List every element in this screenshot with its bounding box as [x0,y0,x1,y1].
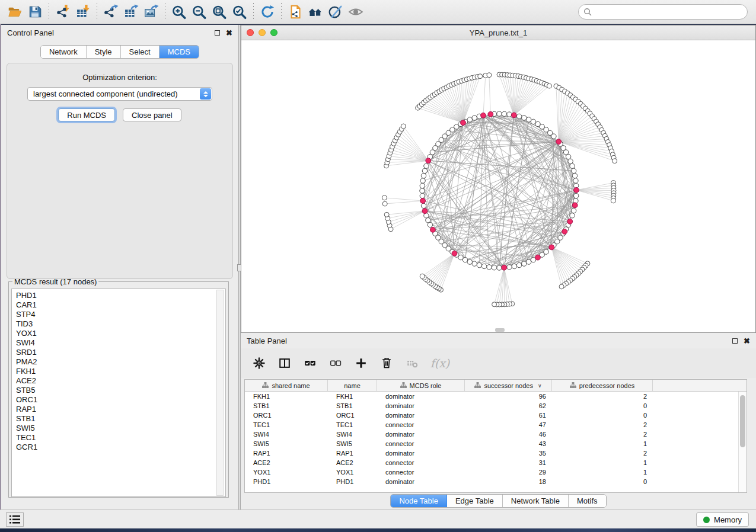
open-file-button[interactable] [5,2,25,22]
deselect-all-icon [329,357,342,370]
criterion-select[interactable]: largest connected component (undirected) [27,87,212,101]
result-node[interactable]: TEC1 [16,433,225,443]
zoom-out-button[interactable] [189,2,209,22]
table-scrollbar[interactable] [738,392,747,492]
tab-select[interactable]: Select [121,46,160,58]
float-panel-icon[interactable] [215,30,220,36]
add-row-button[interactable] [353,355,369,371]
optimization-label: Optimization criterion: [7,73,232,82]
home-button[interactable] [305,2,326,22]
mcds-hub-node [502,265,507,270]
result-node[interactable]: RAP1 [16,405,225,414]
result-node[interactable]: TID3 [16,319,225,329]
column-header-successor-nodes[interactable]: successor nodes∨ [465,380,552,391]
ring-node [497,111,502,116]
mcds-result-items: PHD1CAR1STP4TID3YOX1SWI4SRD1PMA2FKH1ACE2… [16,291,225,452]
tab-network[interactable]: Network [41,46,87,58]
task-history-button[interactable] [6,512,24,527]
close-table-panel-icon[interactable]: ✖ [744,337,750,345]
network-window-titlebar[interactable]: YPA_prune.txt_1 [241,25,755,40]
zoom-in-button[interactable] [169,2,189,22]
export-network-button[interactable] [101,2,121,22]
export-table-button[interactable] [121,2,141,22]
delete-row-button[interactable] [379,355,394,371]
settings-button[interactable] [251,355,267,371]
table-row[interactable]: ACE2ACE2connector311 [245,458,747,467]
vizmap-button[interactable] [326,2,346,22]
fan-node [547,84,551,88]
result-node[interactable]: STP4 [16,310,225,319]
export-image-button[interactable] [141,2,161,22]
column-header-name[interactable]: name [328,380,377,391]
tab-style[interactable]: Style [87,46,121,58]
table-row[interactable]: YOX1YOX1connector291 [245,467,747,477]
table-row[interactable]: ORC1ORC1dominator610 [245,411,747,420]
open-file-icon [7,4,23,20]
table-row[interactable]: PHD1PHD1dominator180 [245,477,747,486]
tab-node-table[interactable]: Node Table [391,495,447,507]
close-panel-button[interactable]: Close panel [123,108,181,121]
table-header: shared namenameMCDS rolesuccessor nodes∨… [245,380,747,392]
float-table-panel-icon[interactable] [732,338,738,344]
zoom-selected-button[interactable] [229,2,250,22]
save-button[interactable] [25,2,45,22]
refresh-button[interactable] [257,2,277,22]
result-node[interactable]: STB5 [16,386,225,395]
memory-label: Memory [714,515,742,524]
column-label: predecessor nodes [579,382,635,389]
result-node[interactable]: PHD1 [16,291,225,300]
column-header-predecessor-nodes[interactable]: predecessor nodes [552,380,653,391]
result-node[interactable]: PMA2 [16,357,225,367]
result-node[interactable]: CAR1 [16,300,225,310]
network-document-button[interactable] [285,2,305,22]
delete-table-button[interactable] [404,355,420,371]
memory-button[interactable]: Memory [696,512,749,527]
split-view-button[interactable] [277,355,292,371]
close-panel-icon[interactable]: ✖ [226,29,232,37]
zoom-fit-button[interactable] [209,2,229,22]
eye-button[interactable] [346,2,366,22]
select-all-button[interactable] [302,355,318,371]
tab-network-table[interactable]: Network Table [503,495,569,507]
network-hscrollbar[interactable] [495,328,505,332]
result-node[interactable]: ACE2 [16,376,225,386]
table-body: FKH1FKH1dominator962STB1STB1dominator620… [245,392,747,486]
network-canvas[interactable] [241,40,755,332]
tab-mcds[interactable]: MCDS [160,46,199,58]
tab-motifs[interactable]: Motifs [569,495,606,507]
column-header-MCDS-role[interactable]: MCDS role [377,380,465,391]
import-table-button[interactable] [73,2,93,22]
table-row[interactable]: SWI4SWI4dominator462 [245,430,747,439]
tab-edge-table[interactable]: Edge Table [447,495,503,507]
search-input[interactable] [578,4,748,20]
mcds-hub-node [461,120,466,126]
deselect-all-button[interactable] [328,355,343,371]
table-row[interactable]: TEC1TEC1connector472 [245,420,747,430]
table-row[interactable]: RAP1RAP1dominator352 [245,448,747,458]
table-cell: YOX1 [245,467,328,477]
column-header-shared-name[interactable]: shared name [245,380,328,391]
table-row[interactable]: STB1STB1dominator620 [245,401,747,411]
result-node[interactable]: YOX1 [16,329,225,338]
table-cell: dominator [377,401,465,411]
ring-node [507,265,512,270]
table-scrollbar-thumb[interactable] [740,395,745,447]
result-node[interactable]: STB1 [16,414,225,424]
result-node[interactable]: SWI5 [16,424,225,433]
network-graph[interactable] [241,40,755,332]
ring-node [477,262,481,267]
import-network-button[interactable] [53,2,73,22]
result-node[interactable]: SWI4 [16,338,225,348]
table-row[interactable]: FKH1FKH1dominator962 [245,392,747,401]
table-cell: 46 [465,430,552,439]
result-node[interactable]: SRD1 [16,348,225,357]
run-mcds-button[interactable]: Run MCDS [58,108,115,121]
mcds-result-list[interactable]: PHD1CAR1STP4TID3YOX1SWI4SRD1PMA2FKH1ACE2… [11,289,226,497]
table-cell: 2 [552,448,653,458]
result-node[interactable]: FKH1 [16,367,225,376]
table-row[interactable]: SWI5SWI5connector431 [245,439,747,448]
result-node[interactable]: ORC1 [16,395,225,405]
result-list-scrollbar[interactable] [216,290,224,496]
fx-button[interactable]: f(x) [430,355,450,371]
result-node[interactable]: GCR1 [16,443,225,452]
